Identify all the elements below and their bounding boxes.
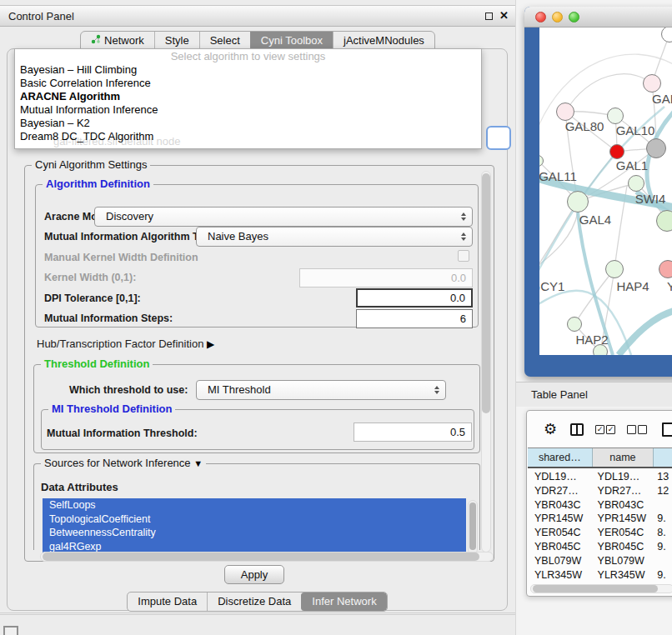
tab-label: Network [104,34,144,47]
tab-select[interactable]: Select [199,32,250,50]
network-node[interactable] [646,138,666,158]
algorithm-option-bayesian-hill-climbing[interactable]: Bayesian – Hill Climbing [15,63,481,77]
table-cell: YDL19… [593,470,654,484]
obscured-combobox-text: gal-filtered.sif default node [53,135,180,148]
table-toolbar [527,411,672,448]
node-label-gal11: GAL11 [539,169,595,183]
dpi-tolerance-label: DPI Tolerance [0,1]: [44,292,141,304]
table-cell: YER054C [528,526,593,540]
network-node[interactable] [609,144,624,159]
algorithm-option-bayesian-k2[interactable]: Bayesian – K2 [15,117,481,130]
close-traffic-light[interactable] [535,12,546,22]
kernel-width-field[interactable]: 0.0 [299,268,473,288]
network-window-titlebar[interactable] [524,7,672,28]
attribute-item-betweennesscentrality[interactable]: BetweennessCentrality [43,526,466,540]
minimized-panel-icon[interactable] [3,626,18,635]
select-all-checkboxes-icon[interactable] [595,425,615,434]
table-cell: 12 [654,484,672,498]
apply-button[interactable]: Apply [224,565,284,584]
gear-icon[interactable] [544,422,557,437]
network-node-gal80[interactable] [556,102,574,121]
node-label-swi4: SWI4 [613,192,672,206]
tab-jactivemnodules[interactable]: jActiveMNodules [333,32,434,50]
table-horizontal-scrollbar[interactable] [530,584,672,593]
clear-checkboxes-icon[interactable] [627,425,647,434]
network-node-gal4[interactable] [567,191,589,212]
table-column-headers[interactable]: shared…name [528,448,672,468]
algorithm-option-basic-correlation-inference[interactable]: Basic Correlation Inference [15,77,481,90]
table-row[interactable]: YDR27…YDR27…12 [528,484,672,498]
table-body[interactable]: YDL19…YDL19…13YDR27…YDR27…12YBR043CYBR04… [528,470,672,579]
table-cell: YBR043C [593,498,654,512]
table-row[interactable]: YBL079WYBL079W [528,554,672,568]
mi-threshold-field[interactable]: 0.5 [354,422,472,442]
node-label-gcy1: GCY1 [539,279,585,293]
table-row[interactable]: YBR043CYBR043C [528,498,672,512]
close-icon[interactable] [499,9,509,22]
aracne-mode-value: Discovery [106,210,153,222]
scrollbar-thumb[interactable] [533,585,658,592]
combobox-spinner-icon [461,228,466,246]
inference-algorithm-combobox-fragment[interactable] [486,126,511,150]
network-node-gal1[interactable] [628,175,644,192]
dpi-tolerance-field[interactable]: 0.0 [356,288,473,308]
table-panel-header: Table Panel [516,382,672,407]
network-node-y[interactable] [659,260,672,278]
table-row[interactable]: YER054CYER054C8. [528,526,672,540]
algorithm-option-mutual-information-inference[interactable]: Mutual Information Inference [15,103,481,117]
data-attributes-list[interactable]: SelfLoopsTopologicalCoefficientBetweenne… [43,498,466,556]
table-row[interactable]: YLR345WYLR345W9. [528,568,672,579]
which-threshold-combobox[interactable]: MI Threshold [196,380,446,400]
table-row[interactable]: YBR045CYBR045C9. [528,540,672,554]
sources-group-title[interactable]: Sources for Network Inference ▼ [41,457,206,469]
float-window-icon[interactable] [485,12,493,20]
algorithm-option-aracne-algorithm[interactable]: ARACNE Algorithm [15,90,481,103]
tab-infer-network[interactable]: Infer Network [301,592,386,611]
table-cell: YER054C [593,526,654,540]
table-cell: YDR27… [528,484,593,498]
table-cell: 9. [654,540,672,554]
mi-steps-field[interactable]: 6 [356,309,473,328]
network-node[interactable] [593,344,608,355]
network-node-swi4[interactable] [656,210,672,232]
manual-kernel-width-checkbox[interactable] [458,250,469,262]
zoom-traffic-light[interactable] [569,12,579,22]
scrollbar-thumb[interactable] [482,173,490,413]
tab-impute-data[interactable]: Impute Data [128,592,207,611]
mi-algorithm-type-combobox[interactable]: Naive Bayes [196,227,473,247]
aracne-mode-combobox[interactable]: Discovery [94,207,473,227]
tab-discretize-data[interactable]: Discretize Data [207,592,301,611]
settings-horizontal-scrollbar[interactable] [40,552,494,562]
attributes-scrollbar[interactable] [468,500,478,554]
table-row[interactable]: YPR145WYPR145W9. [528,512,672,526]
column-header-2[interactable] [654,448,672,467]
network-node-gal[interactable] [643,74,661,92]
column-header-name[interactable]: name [593,448,654,467]
document-icon[interactable] [662,422,672,437]
control-panel-window: Control Panel NetworkStyleSelectCyni Too… [0,5,515,613]
scrollbar-thumb[interactable] [469,502,476,550]
hub-definition-expander[interactable]: Hub/Transcription Factor Definition ▶ [37,338,214,350]
bottom-divider [0,614,515,615]
network-node-gal10[interactable] [607,108,624,124]
combobox-spinner-icon [434,381,439,399]
column-layout-icon[interactable] [570,423,584,436]
minimize-traffic-light[interactable] [552,12,563,22]
node-label-gal4: GAL4 [558,212,633,227]
column-header-shared[interactable]: shared… [528,448,593,467]
attribute-item-topologicalcoefficient[interactable]: TopologicalCoefficient [43,512,466,527]
tab-style[interactable]: Style [154,32,199,50]
tab-cyni-toolbox[interactable]: Cyni Toolbox [250,32,333,50]
network-canvas[interactable]: GALGAL80GAL10GAL11GAL1SWI4GAL4GCY1HAP4YH… [539,28,672,355]
tab-network[interactable]: Network [81,32,154,50]
table-row[interactable]: YDL19…YDL19…13 [528,470,672,484]
table-cell [654,554,672,568]
mi-threshold-definition-group: MI Threshold Definition Mutual Informati… [41,409,474,450]
network-node-hap4[interactable] [605,260,624,278]
table-cell: YPR145W [593,512,654,526]
settings-vertical-scrollbar[interactable] [481,171,491,552]
dropdown-items: Bayesian – Hill ClimbingBasic Correlatio… [15,63,481,143]
attribute-item-selfloops[interactable]: SelfLoops [43,498,466,512]
network-node-hap2[interactable] [567,317,582,332]
scrollbar-thumb[interactable] [43,552,479,561]
